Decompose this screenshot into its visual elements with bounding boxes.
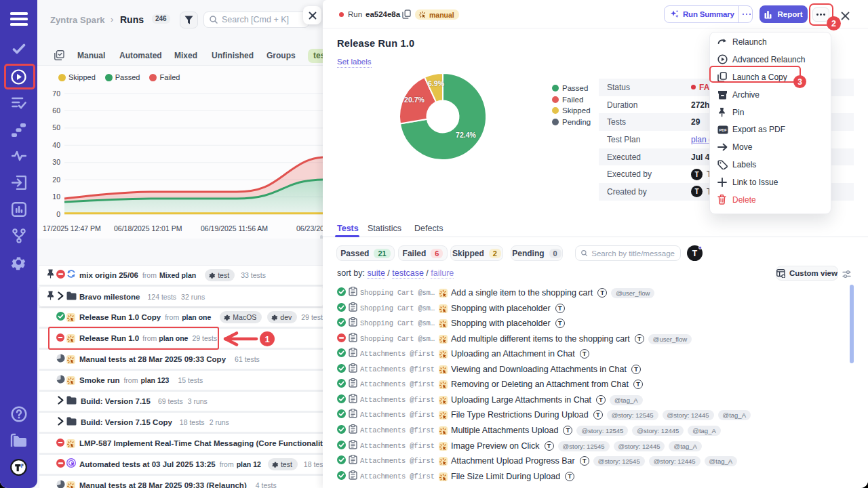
- svg-text:72.4%: 72.4%: [456, 131, 476, 139]
- svg-text:70: 70: [52, 89, 60, 98]
- svg-text:PDF: PDF: [719, 128, 727, 132]
- svg-text:0: 0: [56, 210, 60, 218]
- svg-text:60: 60: [52, 106, 60, 115]
- svg-text:6.9%: 6.9%: [428, 79, 445, 87]
- svg-text:40: 40: [52, 141, 60, 149]
- svg-text:20: 20: [52, 176, 60, 184]
- svg-text:50: 50: [52, 123, 60, 131]
- svg-text:30: 30: [52, 158, 60, 166]
- svg-text:20.7%: 20.7%: [404, 96, 425, 104]
- svg-text:10: 10: [52, 192, 60, 201]
